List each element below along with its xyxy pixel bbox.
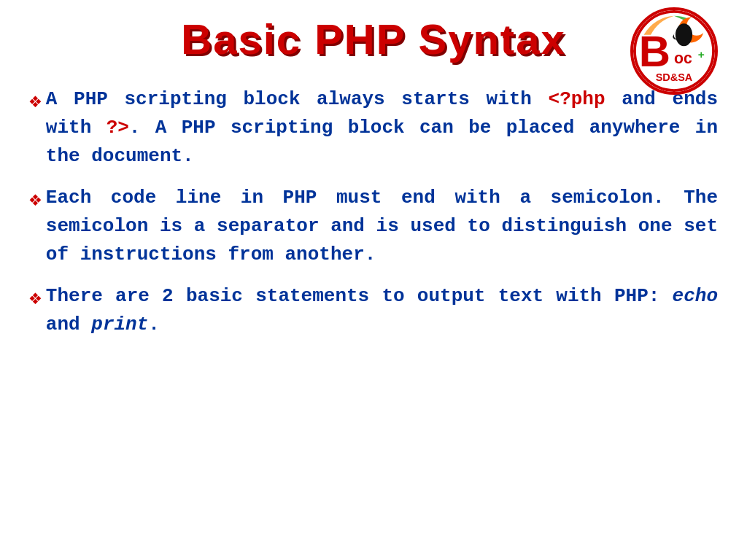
bullet-1: ❖ A PHP scripting block always starts wi… (29, 85, 718, 171)
bullet-3-text: There are 2 basic statements to output t… (46, 282, 718, 339)
content: ❖ A PHP scripting block always starts wi… (22, 85, 725, 339)
bullet-3: ❖ There are 2 basic statements to output… (29, 282, 718, 339)
logo: B oc + SD&SA (630, 7, 718, 95)
page-title: Basic PHP Syntax (181, 15, 565, 63)
svg-text:oc: oc (674, 50, 692, 67)
svg-point-3 (676, 23, 692, 46)
slide: Basic PHP Syntax (0, 0, 747, 560)
diamond-icon-3: ❖ (29, 284, 42, 314)
bullet-2: ❖ Each code line in PHP must end with a … (29, 184, 718, 269)
header: Basic PHP Syntax (22, 15, 725, 63)
diamond-icon-2: ❖ (29, 185, 42, 216)
svg-text:SD&SA: SD&SA (656, 71, 693, 83)
print-keyword: print (91, 314, 148, 335)
code-php-open: <?php (549, 88, 605, 110)
echo-keyword: echo (673, 285, 718, 307)
logo-circle: B oc + SD&SA (630, 7, 718, 95)
svg-text:+: + (698, 48, 705, 61)
bullet-1-text: A PHP scripting block always starts with… (46, 85, 718, 171)
logo-svg: B oc + SD&SA (632, 10, 716, 92)
svg-text:B: B (639, 27, 670, 76)
diamond-icon-1: ❖ (29, 87, 42, 117)
code-php-close: ?> (107, 117, 129, 139)
bullet-2-text: Each code line in PHP must end with a se… (46, 184, 718, 269)
